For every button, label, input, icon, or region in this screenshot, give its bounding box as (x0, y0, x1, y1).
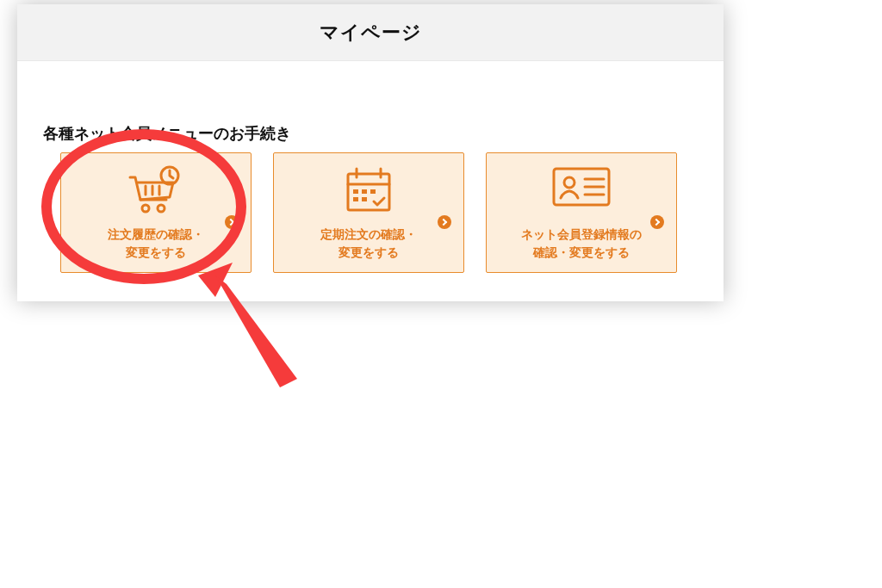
svg-point-0 (142, 205, 149, 212)
page-title-bar: マイページ (17, 4, 724, 61)
page-title: マイページ (320, 20, 422, 46)
svg-point-1 (158, 205, 165, 212)
svg-rect-8 (362, 197, 367, 201)
menu-cards: 注文履歴の確認・ 変更をする (60, 152, 677, 273)
card-order-history[interactable]: 注文履歴の確認・ 変更をする (60, 152, 252, 273)
card-label: ネット会員登録情報の 確認・変更をする (521, 226, 642, 262)
calendar-check-icon (343, 165, 394, 217)
svg-rect-5 (362, 189, 367, 194)
card-subscription[interactable]: 定期注文の確認・ 変更をする (273, 152, 464, 273)
svg-rect-4 (353, 189, 358, 194)
chevron-right-icon (225, 215, 239, 229)
section-title: 各種ネット会員メニューのお手続き (43, 123, 291, 144)
chevron-right-icon (438, 215, 451, 229)
cart-history-icon (127, 165, 185, 217)
card-member-info[interactable]: ネット会員登録情報の 確認・変更をする (486, 152, 677, 273)
svg-point-10 (564, 177, 575, 188)
card-label: 注文履歴の確認・ 変更をする (108, 226, 204, 262)
mypage-panel: マイページ 各種ネット会員メニューのお手続き (17, 4, 724, 301)
svg-rect-7 (353, 197, 358, 201)
card-label: 定期注文の確認・ 変更をする (320, 226, 417, 262)
svg-rect-6 (370, 189, 376, 194)
chevron-right-icon (650, 215, 664, 229)
id-card-icon (550, 165, 612, 212)
